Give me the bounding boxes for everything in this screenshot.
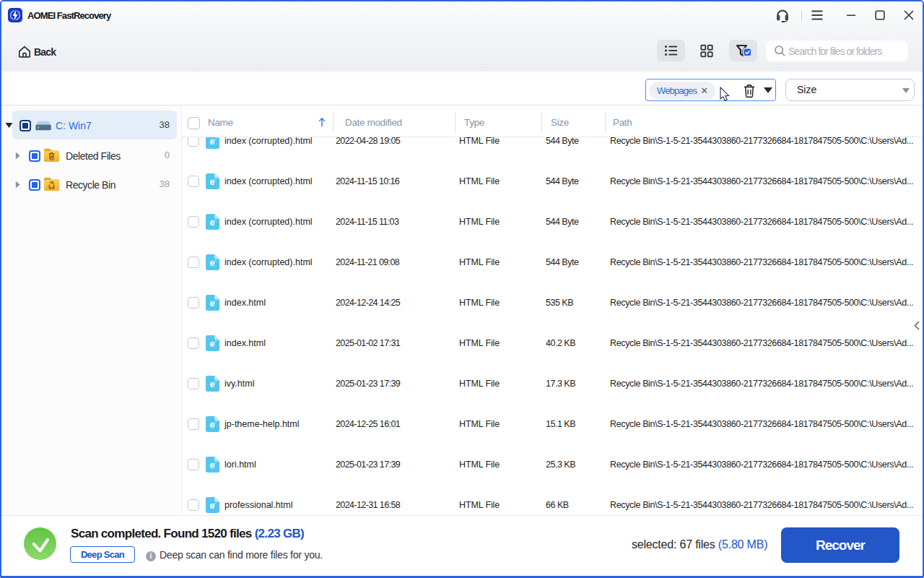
svg-text:e: e xyxy=(210,460,215,470)
svg-text:e: e xyxy=(210,501,215,511)
svg-text:e: e xyxy=(210,379,215,389)
svg-text:e: e xyxy=(210,137,215,147)
svg-text:e: e xyxy=(210,420,215,430)
svg-text:e: e xyxy=(210,177,215,187)
svg-text:e: e xyxy=(210,339,215,349)
svg-text:e: e xyxy=(210,217,215,228)
svg-text:e: e xyxy=(210,298,215,309)
svg-text:e: e xyxy=(210,258,215,268)
